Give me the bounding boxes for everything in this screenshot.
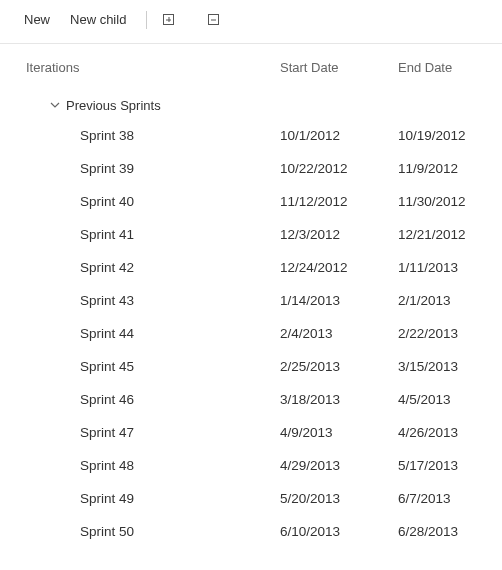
sprint-end-date: 3/15/2013 bbox=[398, 359, 486, 374]
sprint-end-date: 2/22/2013 bbox=[398, 326, 486, 341]
sprint-name: Sprint 49 bbox=[80, 491, 280, 506]
sprint-name: Sprint 46 bbox=[80, 392, 280, 407]
sprint-end-date: 6/28/2013 bbox=[398, 524, 486, 539]
plus-box-icon bbox=[163, 14, 174, 25]
sprint-name: Sprint 42 bbox=[80, 260, 280, 275]
sprint-start-date: 12/24/2012 bbox=[280, 260, 398, 275]
sprint-start-date: 6/10/2013 bbox=[280, 524, 398, 539]
header-iterations[interactable]: Iterations bbox=[26, 60, 280, 75]
sprint-name: Sprint 38 bbox=[80, 128, 280, 143]
table-row[interactable]: Sprint 495/20/20136/7/2013 bbox=[0, 482, 502, 515]
sprint-end-date: 4/26/2013 bbox=[398, 425, 486, 440]
sprint-start-date: 1/14/2013 bbox=[280, 293, 398, 308]
header-end-date[interactable]: End Date bbox=[398, 60, 486, 75]
sprint-start-date: 10/1/2012 bbox=[280, 128, 398, 143]
sprint-name: Sprint 50 bbox=[80, 524, 280, 539]
sprint-end-date: 12/21/2012 bbox=[398, 227, 486, 242]
sprint-start-date: 2/25/2013 bbox=[280, 359, 398, 374]
toolbar: New New child bbox=[0, 0, 502, 43]
expand-all-button[interactable] bbox=[159, 10, 178, 29]
sprint-name: Sprint 39 bbox=[80, 161, 280, 176]
chevron-down-icon bbox=[50, 98, 60, 113]
sprint-start-date: 10/22/2012 bbox=[280, 161, 398, 176]
table-row[interactable]: Sprint 4011/12/201211/30/2012 bbox=[0, 185, 502, 218]
sprint-name: Sprint 47 bbox=[80, 425, 280, 440]
header-start-date[interactable]: Start Date bbox=[280, 60, 398, 75]
sprint-name: Sprint 48 bbox=[80, 458, 280, 473]
sprint-end-date: 6/7/2013 bbox=[398, 491, 486, 506]
group-previous-sprints[interactable]: Previous Sprints bbox=[0, 91, 502, 119]
minus-box-icon bbox=[208, 14, 219, 25]
table-row[interactable]: Sprint 3910/22/201211/9/2012 bbox=[0, 152, 502, 185]
sprint-start-date: 2/4/2013 bbox=[280, 326, 398, 341]
sprint-name: Sprint 45 bbox=[80, 359, 280, 374]
sprint-name: Sprint 40 bbox=[80, 194, 280, 209]
table-row[interactable]: Sprint 484/29/20135/17/2013 bbox=[0, 449, 502, 482]
sprint-end-date: 10/19/2012 bbox=[398, 128, 486, 143]
sprint-end-date: 11/9/2012 bbox=[398, 161, 486, 176]
sprint-start-date: 4/29/2013 bbox=[280, 458, 398, 473]
column-headers: Iterations Start Date End Date bbox=[0, 44, 502, 91]
sprint-end-date: 2/1/2013 bbox=[398, 293, 486, 308]
sprint-start-date: 3/18/2013 bbox=[280, 392, 398, 407]
sprint-start-date: 4/9/2013 bbox=[280, 425, 398, 440]
sprint-name: Sprint 44 bbox=[80, 326, 280, 341]
sprint-end-date: 11/30/2012 bbox=[398, 194, 486, 209]
new-button[interactable]: New bbox=[16, 8, 58, 31]
table-row[interactable]: Sprint 431/14/20132/1/2013 bbox=[0, 284, 502, 317]
sprint-name: Sprint 43 bbox=[80, 293, 280, 308]
table-row[interactable]: Sprint 463/18/20134/5/2013 bbox=[0, 383, 502, 416]
table-row[interactable]: Sprint 442/4/20132/22/2013 bbox=[0, 317, 502, 350]
table-row[interactable]: Sprint 4112/3/201212/21/2012 bbox=[0, 218, 502, 251]
sprints-list: Sprint 3810/1/201210/19/2012Sprint 3910/… bbox=[0, 119, 502, 554]
table-row[interactable]: Sprint 4212/24/20121/11/2013 bbox=[0, 251, 502, 284]
sprint-start-date: 5/20/2013 bbox=[280, 491, 398, 506]
sprint-end-date: 1/11/2013 bbox=[398, 260, 486, 275]
new-child-button[interactable]: New child bbox=[62, 8, 134, 31]
toolbar-separator bbox=[146, 11, 147, 29]
table-row[interactable]: Sprint 474/9/20134/26/2013 bbox=[0, 416, 502, 449]
sprint-start-date: 11/12/2012 bbox=[280, 194, 398, 209]
group-label: Previous Sprints bbox=[66, 98, 161, 113]
table-row[interactable]: Sprint 3810/1/201210/19/2012 bbox=[0, 119, 502, 152]
sprint-end-date: 4/5/2013 bbox=[398, 392, 486, 407]
table-row[interactable]: Sprint 452/25/20133/15/2013 bbox=[0, 350, 502, 383]
sprint-start-date: 12/3/2012 bbox=[280, 227, 398, 242]
collapse-all-button[interactable] bbox=[204, 10, 223, 29]
table-row[interactable]: Sprint 506/10/20136/28/2013 bbox=[0, 515, 502, 548]
sprint-end-date: 5/17/2013 bbox=[398, 458, 486, 473]
sprint-name: Sprint 41 bbox=[80, 227, 280, 242]
